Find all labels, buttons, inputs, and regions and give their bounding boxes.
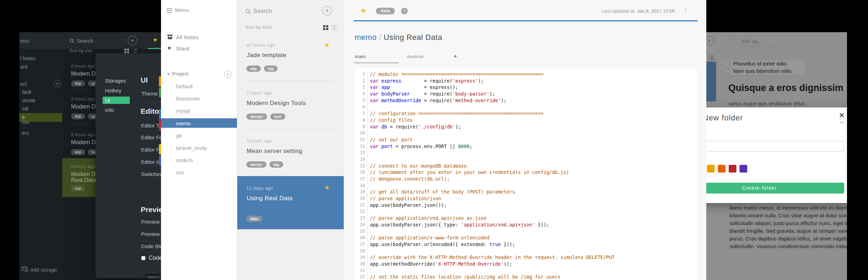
sidebar-folder[interactable]: Boostnote bbox=[176, 96, 200, 102]
sidebar-folder[interactable]: ers bbox=[22, 130, 29, 136]
tag-badge[interactable]: data bbox=[246, 216, 262, 222]
list-view-icon[interactable] bbox=[331, 25, 337, 30]
new-note-button[interactable]: + bbox=[322, 6, 332, 15]
color-swatch[interactable] bbox=[707, 165, 715, 173]
tag-badge[interactable]: wip bbox=[71, 80, 85, 86]
sidebar-folder[interactable]: nodeJs bbox=[176, 157, 193, 163]
sidebar-folder[interactable]: mo bbox=[22, 119, 29, 125]
sidebar-item-all-notes[interactable]: All Notes bbox=[176, 34, 199, 40]
sidebar-project-label[interactable]: Project bbox=[172, 71, 189, 77]
add-storage-button[interactable]: Add storage bbox=[30, 267, 57, 273]
sidebar-folder[interactable]: laravel_study bbox=[176, 145, 207, 151]
add-folder-button[interactable]: + bbox=[224, 70, 231, 78]
settings-menu-item[interactable]: Hotkey bbox=[105, 88, 121, 93]
line-number: 27 bbox=[355, 241, 368, 248]
code-editor[interactable]: 1// modules ============================… bbox=[355, 68, 697, 280]
tag-badge[interactable]: wip bbox=[246, 65, 261, 72]
close-icon[interactable]: ✕ bbox=[839, 111, 845, 119]
line-number: 4 bbox=[355, 91, 368, 97]
settings-checkbox[interactable] bbox=[141, 256, 145, 260]
note-time: 3 hours ago bbox=[246, 138, 272, 144]
sidebar-folder[interactable]: css bbox=[176, 169, 184, 175]
search-input[interactable]: Search bbox=[253, 8, 272, 14]
menu-button[interactable]: enu bbox=[20, 38, 29, 44]
sidebar-item[interactable]: ard bbox=[20, 64, 27, 70]
create-folder-button[interactable]: Create folder bbox=[706, 183, 844, 194]
code-line: 19// get all data/stuff of the body (POS… bbox=[355, 189, 697, 195]
new-note-button[interactable]: + bbox=[128, 36, 137, 45]
tag-badge[interactable]: wip bbox=[71, 186, 85, 191]
settings-row[interactable]: Editor Fo bbox=[141, 147, 161, 153]
settings-theme-row[interactable]: Theme bbox=[141, 91, 158, 97]
note-title[interactable]: Modern Design Tools bbox=[247, 100, 306, 107]
checkbox[interactable] bbox=[724, 69, 730, 74]
note-title[interactable]: Jade template bbox=[247, 52, 286, 59]
settings-row[interactable]: Editor Inc bbox=[141, 159, 161, 165]
settings-menu-item[interactable]: Storages bbox=[105, 78, 126, 84]
tag-badge[interactable]: design bbox=[246, 113, 267, 120]
more-options-icon[interactable]: ⋮ bbox=[683, 7, 688, 14]
hamburger-menu-icon[interactable] bbox=[167, 8, 172, 14]
star-icon[interactable]: ★ bbox=[153, 36, 158, 43]
folder-name-input[interactable] bbox=[706, 141, 844, 152]
sort-selector[interactable]: Sort by date bbox=[245, 24, 272, 30]
tag-badge[interactable]: tag bbox=[270, 161, 283, 168]
note-star-icon[interactable]: ★ bbox=[324, 184, 330, 191]
menu-button[interactable]: Menu bbox=[175, 7, 189, 13]
code-block-theme-preview[interactable]: javascri bbox=[144, 273, 161, 278]
add-folder-button[interactable]: + bbox=[54, 80, 61, 87]
note-title[interactable]: Mean server setting bbox=[247, 148, 302, 155]
settings-menu-item[interactable]: Info bbox=[105, 107, 114, 113]
tag-badge[interactable]: wip bbox=[71, 113, 85, 119]
tag-badge[interactable]: server bbox=[246, 161, 266, 168]
sidebar-folder-selected-row[interactable] bbox=[161, 118, 237, 128]
sidebar-folder[interactable]: fault bbox=[22, 89, 31, 95]
search-input[interactable]: Search bbox=[77, 38, 93, 44]
sidebar-folder[interactable]: memo bbox=[176, 120, 191, 126]
note-star-toggle[interactable]: ★ bbox=[360, 6, 367, 15]
sidebar-folder[interactable]: git bbox=[176, 133, 182, 139]
breadcrumb-folder[interactable]: memo bbox=[355, 33, 377, 42]
line-number: 2 bbox=[355, 78, 368, 84]
note-tag-badge[interactable]: data bbox=[376, 8, 395, 14]
sidebar-folder[interactable]: stnote bbox=[22, 98, 35, 103]
color-swatch[interactable] bbox=[718, 165, 726, 173]
checkbox[interactable] bbox=[724, 61, 730, 66]
tag-badge[interactable]: tool bbox=[270, 113, 285, 120]
code-line: 12var port = process.env.PORT || 8080; bbox=[355, 143, 697, 150]
note-tags: wiptag bbox=[246, 65, 281, 72]
tab-module[interactable]: module bbox=[407, 54, 424, 59]
settings-row[interactable]: Editor Fo bbox=[141, 134, 161, 140]
settings-row[interactable]: Editor Th bbox=[141, 122, 161, 128]
sort-selector[interactable]: Sort by xxx bbox=[69, 48, 92, 53]
note-list-item-selected[interactable]: 12 days ago★Using Real Datadata bbox=[237, 176, 344, 229]
settings-row[interactable]: Preview F bbox=[141, 231, 161, 237]
line-number: 9 bbox=[355, 124, 368, 130]
sidebar-item-starred[interactable]: Stard bbox=[176, 46, 189, 51]
sidebar-item[interactable]: l Notes bbox=[20, 56, 36, 61]
settings-row[interactable]: Switching bbox=[141, 171, 161, 177]
color-swatch[interactable] bbox=[729, 165, 736, 173]
line-number: 7 bbox=[355, 110, 368, 117]
add-tag-button[interactable]: + bbox=[401, 8, 408, 14]
add-tab-button[interactable]: + bbox=[454, 53, 457, 60]
code-text bbox=[368, 130, 373, 136]
color-swatch[interactable] bbox=[740, 165, 747, 173]
sidebar-folder[interactable]: sql bbox=[22, 106, 28, 111]
list-view-icon[interactable] bbox=[132, 49, 137, 53]
settings-row[interactable]: Preview F bbox=[141, 219, 161, 225]
line-number: 18 bbox=[355, 182, 368, 189]
sidebar-project-label[interactable]: ect bbox=[20, 81, 27, 87]
grid-view-icon[interactable] bbox=[323, 25, 328, 30]
sidebar-folder[interactable]: mysql bbox=[176, 108, 190, 114]
tag-badge[interactable]: wip bbox=[71, 149, 85, 155]
project-caret-icon[interactable]: ▼ bbox=[167, 72, 170, 76]
tab-main[interactable]: main bbox=[355, 54, 366, 59]
settings-menu-item[interactable]: UI bbox=[105, 97, 110, 103]
note-star-icon[interactable]: ★ bbox=[324, 41, 330, 49]
tag-badge[interactable]: tag bbox=[264, 65, 278, 72]
code-line: 31 bbox=[355, 267, 697, 274]
grid-view-icon[interactable] bbox=[124, 49, 129, 53]
settings-row[interactable]: Code Blo bbox=[141, 243, 161, 249]
sidebar-folder[interactable]: Default bbox=[176, 83, 193, 89]
